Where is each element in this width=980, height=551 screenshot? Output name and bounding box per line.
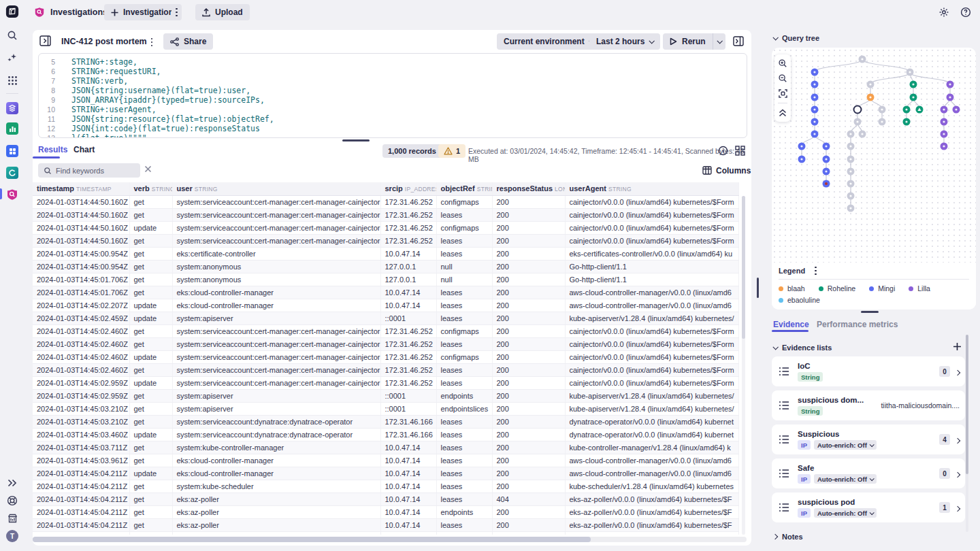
document-more-button[interactable] bbox=[145, 36, 159, 48]
table-row[interactable]: 2024-01-03T14:45:02.460Zgetsystem:servic… bbox=[33, 363, 738, 376]
tab-chart[interactable]: Chart bbox=[74, 145, 95, 154]
fit-to-screen-icon[interactable] bbox=[776, 86, 789, 100]
app-icon-green-chart[interactable] bbox=[5, 122, 19, 135]
code-line[interactable]: 9JSON_ARRAY{ipaddr}(typed=true):sourceIP… bbox=[39, 95, 747, 105]
warning-badge[interactable]: 1 bbox=[438, 144, 466, 158]
tree-node[interactable] bbox=[910, 94, 917, 101]
document-panel-icon[interactable] bbox=[39, 35, 51, 46]
tree-node[interactable] bbox=[811, 131, 819, 138]
code-line[interactable]: 11JSON{string:resource}(flat=true):objec… bbox=[39, 114, 747, 124]
tab-evidence[interactable]: Evidence bbox=[773, 320, 809, 329]
code-line[interactable]: 6STRING+:requestURI, bbox=[39, 67, 747, 76]
tree-node[interactable] bbox=[867, 94, 875, 101]
tree-node[interactable] bbox=[847, 131, 855, 138]
table-row[interactable]: 2024-01-03T14:45:04.211Zgeteks:az-poller… bbox=[33, 518, 738, 531]
tree-node[interactable] bbox=[941, 143, 948, 150]
evidence-lists-header[interactable]: Evidence lists bbox=[773, 344, 832, 352]
chevron-right-icon[interactable] bbox=[956, 501, 960, 514]
share-button[interactable]: Share bbox=[163, 33, 213, 50]
add-evidence-list-button[interactable] bbox=[953, 342, 962, 351]
column-header-userAgent[interactable]: userAgent STRING bbox=[565, 182, 738, 195]
tree-node[interactable] bbox=[903, 118, 911, 126]
chevron-right-icon[interactable] bbox=[956, 365, 960, 378]
code-line[interactable]: 8JSON{string:username}(flat=true):user, bbox=[39, 86, 747, 95]
notes-section-header[interactable]: Notes bbox=[773, 533, 803, 541]
tree-node[interactable] bbox=[867, 81, 875, 88]
table-row[interactable]: 2024-01-03T14:45:03.711Zgetsystem:kube-c… bbox=[33, 441, 738, 454]
tree-node[interactable] bbox=[854, 118, 862, 126]
tab-performance-metrics[interactable]: Performance metrics bbox=[817, 320, 898, 329]
code-line[interactable]: 7STRING:verb, bbox=[39, 76, 747, 86]
tree-node[interactable] bbox=[879, 118, 886, 126]
help-lifebuoy-icon[interactable] bbox=[5, 494, 19, 507]
tree-node[interactable] bbox=[903, 106, 911, 114]
zoom-out-icon[interactable] bbox=[776, 71, 789, 85]
table-row[interactable]: 2024-01-03T14:45:00.954Zgeteks:certifica… bbox=[33, 247, 738, 260]
table-row[interactable]: 2024-01-03T14:44:50.160Zgetsystem:servic… bbox=[33, 208, 738, 221]
dql-query-editor[interactable]: 5STRING+:stage,6STRING+:requestURI,7STRI… bbox=[38, 53, 747, 138]
table-horizontal-scrollbar[interactable] bbox=[33, 537, 747, 542]
table-row[interactable]: 2024-01-03T14:45:02.959Zgetsystem:apiser… bbox=[33, 389, 738, 402]
info-icon[interactable] bbox=[718, 146, 728, 156]
table-row[interactable]: 2024-01-03T14:45:04.211Zgeteks:az-poller… bbox=[33, 505, 738, 518]
table-row[interactable]: 2024-01-03T14:44:50.160Zupdatesystem:ser… bbox=[33, 221, 738, 234]
table-header[interactable]: timestamp TIMESTAMPverb STRINGuser STRIN… bbox=[33, 182, 738, 195]
table-row[interactable]: 2024-01-03T14:45:03.460Zupdatesystem:ser… bbox=[33, 428, 738, 441]
tree-node[interactable] bbox=[879, 106, 886, 114]
tree-node[interactable] bbox=[847, 193, 855, 200]
app-icon-blue-squares[interactable] bbox=[5, 144, 19, 158]
table-vertical-scrollbar[interactable] bbox=[742, 196, 745, 535]
tree-node[interactable] bbox=[811, 106, 819, 114]
app-icon-purple-cube[interactable] bbox=[5, 101, 19, 115]
evidence-badge[interactable]: Auto-enrich: Off bbox=[814, 474, 877, 484]
table-row[interactable]: 2024-01-03T14:45:03.210Zgetsystem:servic… bbox=[33, 415, 738, 428]
table-row[interactable]: 2024-01-03T14:45:04.211Zgetsystem:kube-s… bbox=[33, 480, 738, 492]
code-line[interactable]: 12JSON{int:code}(flat=true):responseStat… bbox=[39, 124, 747, 133]
evidence-card[interactable]: SuspiciousIPAuto-enrich: Off4 bbox=[772, 424, 965, 454]
evidence-badge[interactable]: Auto-enrich: Off bbox=[814, 440, 877, 450]
tree-resize-handle[interactable] bbox=[861, 311, 879, 313]
collapse-tree-icon[interactable] bbox=[776, 106, 789, 120]
search-icon[interactable] bbox=[5, 29, 19, 42]
evidence-card[interactable]: SafeIPAuto-enrich: Off0 bbox=[772, 458, 965, 488]
tree-node[interactable] bbox=[916, 106, 924, 114]
tree-node[interactable] bbox=[811, 118, 819, 126]
tree-node[interactable] bbox=[847, 143, 855, 150]
tree-node[interactable] bbox=[941, 118, 948, 126]
layout-grid-icon[interactable] bbox=[735, 146, 745, 156]
tree-node[interactable] bbox=[847, 168, 855, 176]
legend-more-icon[interactable] bbox=[815, 267, 817, 276]
table-row[interactable]: 2024-01-03T14:45:04.211Zgeteks:az-poller… bbox=[33, 531, 738, 535]
upload-button[interactable]: Upload bbox=[195, 4, 250, 20]
tree-node[interactable] bbox=[847, 156, 855, 163]
metrics-icon[interactable] bbox=[5, 512, 19, 525]
column-header-objectRef[interactable]: objectRef STRING bbox=[436, 182, 492, 195]
sparkles-ai-icon[interactable] bbox=[5, 51, 19, 65]
app-tab-investigations[interactable]: Investigations bbox=[34, 4, 108, 20]
tree-node[interactable] bbox=[859, 56, 866, 63]
tree-node[interactable] bbox=[847, 205, 855, 212]
code-line[interactable]: 5STRING+:stage, bbox=[39, 57, 747, 67]
app-grid-icon[interactable] bbox=[5, 73, 19, 87]
query-tree-section-header[interactable]: Query tree bbox=[773, 34, 819, 42]
tree-node[interactable] bbox=[941, 131, 948, 138]
evidence-card[interactable]: IoCString0 bbox=[772, 356, 965, 386]
tree-node[interactable] bbox=[859, 131, 866, 138]
user-avatar[interactable]: T bbox=[5, 529, 19, 543]
table-row[interactable]: 2024-01-03T14:45:03.210Zgetsystem:apiser… bbox=[33, 402, 738, 415]
find-keywords-field[interactable] bbox=[38, 163, 140, 178]
rerun-options-button[interactable] bbox=[713, 33, 725, 50]
code-line[interactable]: 10STRING+:userAgent, bbox=[39, 105, 747, 114]
legend-item[interactable]: Roheline bbox=[819, 284, 855, 293]
tree-node[interactable] bbox=[854, 106, 862, 114]
column-header-user[interactable]: user STRING bbox=[172, 182, 380, 195]
results-table[interactable]: timestamp TIMESTAMPverb STRINGuser STRIN… bbox=[33, 182, 740, 535]
table-row[interactable]: 2024-01-03T14:45:01.706Zgetsystem:anonym… bbox=[33, 273, 738, 286]
clear-search-icon[interactable] bbox=[144, 165, 152, 173]
editor-resize-handle[interactable] bbox=[342, 139, 370, 141]
evidence-card[interactable]: suspicious podIPAuto-enrich: Off1 bbox=[772, 492, 965, 522]
legend-item[interactable]: Mingi bbox=[869, 284, 895, 293]
table-row[interactable]: 2024-01-03T14:45:02.460Zupdatesystem:ser… bbox=[33, 350, 738, 363]
column-header-srcip[interactable]: srcip IP_ADDRESS bbox=[380, 182, 436, 195]
table-row[interactable]: 2024-01-03T14:45:01.706Zgeteks:cloud-con… bbox=[33, 286, 738, 299]
